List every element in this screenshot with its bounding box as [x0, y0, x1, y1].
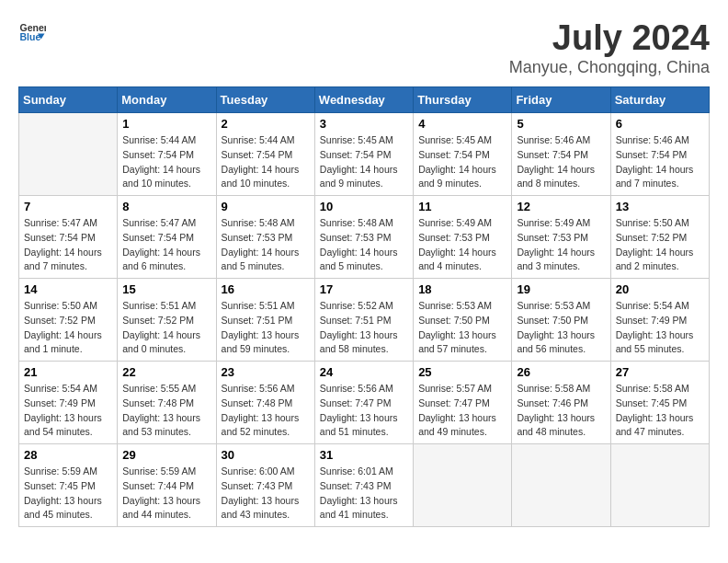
- week-row-5: 28Sunrise: 5:59 AM Sunset: 7:45 PM Dayli…: [19, 444, 710, 527]
- calendar-cell: 4Sunrise: 5:45 AM Sunset: 7:54 PM Daylig…: [414, 113, 512, 196]
- day-info: Sunrise: 5:45 AM Sunset: 7:54 PM Dayligh…: [418, 133, 506, 191]
- day-number: 15: [122, 282, 210, 296]
- week-row-4: 21Sunrise: 5:54 AM Sunset: 7:49 PM Dayli…: [19, 362, 710, 444]
- calendar-cell: 28Sunrise: 5:59 AM Sunset: 7:45 PM Dayli…: [19, 444, 118, 527]
- calendar-cell: [610, 444, 709, 527]
- title-section: July 2024 Manyue, Chongqing, China: [509, 18, 710, 77]
- calendar-cell: [414, 444, 512, 527]
- calendar-cell: 3Sunrise: 5:45 AM Sunset: 7:54 PM Daylig…: [314, 113, 413, 196]
- calendar-cell: 16Sunrise: 5:51 AM Sunset: 7:51 PM Dayli…: [216, 279, 314, 362]
- calendar-cell: 9Sunrise: 5:48 AM Sunset: 7:53 PM Daylig…: [216, 196, 314, 279]
- calendar-cell: [512, 444, 610, 527]
- day-info: Sunrise: 5:53 AM Sunset: 7:50 PM Dayligh…: [418, 299, 506, 357]
- day-number: 8: [122, 200, 210, 213]
- day-info: Sunrise: 5:59 AM Sunset: 7:45 PM Dayligh…: [24, 465, 112, 523]
- main-title: July 2024: [509, 18, 710, 58]
- day-number: 22: [122, 365, 210, 379]
- day-number: 19: [517, 282, 605, 296]
- day-info: Sunrise: 5:44 AM Sunset: 7:54 PM Dayligh…: [122, 133, 210, 191]
- calendar-cell: 24Sunrise: 5:56 AM Sunset: 7:47 PM Dayli…: [314, 362, 413, 444]
- calendar-cell: 13Sunrise: 5:50 AM Sunset: 7:52 PM Dayli…: [610, 196, 709, 279]
- day-number: 6: [616, 117, 704, 131]
- day-number: 17: [320, 282, 408, 296]
- day-number: 27: [616, 365, 704, 379]
- day-info: Sunrise: 5:58 AM Sunset: 7:46 PM Dayligh…: [517, 382, 605, 440]
- day-info: Sunrise: 5:51 AM Sunset: 7:52 PM Dayligh…: [122, 299, 210, 357]
- svg-text:Blue: Blue: [20, 31, 41, 42]
- day-info: Sunrise: 6:00 AM Sunset: 7:43 PM Dayligh…: [222, 465, 310, 523]
- day-info: Sunrise: 5:56 AM Sunset: 7:48 PM Dayligh…: [222, 382, 310, 440]
- day-info: Sunrise: 5:48 AM Sunset: 7:53 PM Dayligh…: [320, 216, 408, 274]
- calendar-cell: 10Sunrise: 5:48 AM Sunset: 7:53 PM Dayli…: [314, 196, 413, 279]
- calendar-cell: 8Sunrise: 5:47 AM Sunset: 7:54 PM Daylig…: [118, 196, 216, 279]
- day-info: Sunrise: 5:51 AM Sunset: 7:51 PM Dayligh…: [222, 299, 310, 357]
- day-info: Sunrise: 5:46 AM Sunset: 7:54 PM Dayligh…: [616, 133, 704, 191]
- calendar-cell: 14Sunrise: 5:50 AM Sunset: 7:52 PM Dayli…: [19, 279, 118, 362]
- week-row-2: 7Sunrise: 5:47 AM Sunset: 7:54 PM Daylig…: [19, 196, 710, 279]
- day-header-monday: Monday: [118, 87, 216, 113]
- calendar-cell: 29Sunrise: 5:59 AM Sunset: 7:44 PM Dayli…: [118, 444, 216, 527]
- day-number: 9: [222, 200, 310, 213]
- calendar-cell: [19, 113, 118, 196]
- day-number: 18: [418, 282, 506, 296]
- day-number: 13: [616, 200, 704, 213]
- day-number: 16: [222, 282, 310, 296]
- day-number: 29: [122, 448, 210, 462]
- calendar-cell: 22Sunrise: 5:55 AM Sunset: 7:48 PM Dayli…: [118, 362, 216, 444]
- calendar-cell: 17Sunrise: 5:52 AM Sunset: 7:51 PM Dayli…: [314, 279, 413, 362]
- calendar-cell: 6Sunrise: 5:46 AM Sunset: 7:54 PM Daylig…: [610, 113, 709, 196]
- day-info: Sunrise: 5:53 AM Sunset: 7:50 PM Dayligh…: [517, 299, 605, 357]
- calendar-cell: 15Sunrise: 5:51 AM Sunset: 7:52 PM Dayli…: [118, 279, 216, 362]
- calendar-cell: 20Sunrise: 5:54 AM Sunset: 7:49 PM Dayli…: [610, 279, 709, 362]
- day-number: 11: [418, 200, 506, 213]
- day-info: Sunrise: 5:50 AM Sunset: 7:52 PM Dayligh…: [24, 299, 112, 357]
- day-header-friday: Friday: [512, 87, 610, 113]
- calendar-cell: 7Sunrise: 5:47 AM Sunset: 7:54 PM Daylig…: [19, 196, 118, 279]
- calendar-cell: 19Sunrise: 5:53 AM Sunset: 7:50 PM Dayli…: [512, 279, 610, 362]
- day-info: Sunrise: 5:49 AM Sunset: 7:53 PM Dayligh…: [517, 216, 605, 274]
- logo: General Blue: [18, 18, 46, 46]
- day-number: 7: [24, 200, 112, 213]
- day-info: Sunrise: 5:46 AM Sunset: 7:54 PM Dayligh…: [517, 133, 605, 191]
- calendar-cell: 26Sunrise: 5:58 AM Sunset: 7:46 PM Dayli…: [512, 362, 610, 444]
- week-row-3: 14Sunrise: 5:50 AM Sunset: 7:52 PM Dayli…: [19, 279, 710, 362]
- day-info: Sunrise: 5:50 AM Sunset: 7:52 PM Dayligh…: [616, 216, 704, 274]
- header-row: SundayMondayTuesdayWednesdayThursdayFrid…: [19, 87, 710, 113]
- page-header: General Blue July 2024 Manyue, Chongqing…: [18, 18, 710, 77]
- day-number: 25: [418, 365, 506, 379]
- day-header-sunday: Sunday: [19, 87, 118, 113]
- day-info: Sunrise: 5:47 AM Sunset: 7:54 PM Dayligh…: [24, 216, 112, 274]
- calendar-cell: 31Sunrise: 6:01 AM Sunset: 7:43 PM Dayli…: [314, 444, 413, 527]
- calendar-cell: 27Sunrise: 5:58 AM Sunset: 7:45 PM Dayli…: [610, 362, 709, 444]
- calendar-cell: 18Sunrise: 5:53 AM Sunset: 7:50 PM Dayli…: [414, 279, 512, 362]
- sub-title: Manyue, Chongqing, China: [509, 58, 710, 77]
- calendar-cell: 5Sunrise: 5:46 AM Sunset: 7:54 PM Daylig…: [512, 113, 610, 196]
- day-header-saturday: Saturday: [610, 87, 709, 113]
- calendar-cell: 21Sunrise: 5:54 AM Sunset: 7:49 PM Dayli…: [19, 362, 118, 444]
- day-number: 26: [517, 365, 605, 379]
- day-number: 24: [320, 365, 408, 379]
- calendar-cell: 11Sunrise: 5:49 AM Sunset: 7:53 PM Dayli…: [414, 196, 512, 279]
- day-number: 28: [24, 448, 112, 462]
- day-number: 12: [517, 200, 605, 213]
- day-number: 5: [517, 117, 605, 131]
- day-info: Sunrise: 5:57 AM Sunset: 7:47 PM Dayligh…: [418, 382, 506, 440]
- day-info: Sunrise: 5:55 AM Sunset: 7:48 PM Dayligh…: [122, 382, 210, 440]
- day-info: Sunrise: 5:56 AM Sunset: 7:47 PM Dayligh…: [320, 382, 408, 440]
- day-number: 4: [418, 117, 506, 131]
- day-info: Sunrise: 5:54 AM Sunset: 7:49 PM Dayligh…: [616, 299, 704, 357]
- calendar-table: SundayMondayTuesdayWednesdayThursdayFrid…: [18, 86, 710, 527]
- day-number: 3: [320, 117, 408, 131]
- day-number: 23: [222, 365, 310, 379]
- day-number: 2: [222, 117, 310, 131]
- day-number: 10: [320, 200, 408, 213]
- day-info: Sunrise: 5:45 AM Sunset: 7:54 PM Dayligh…: [320, 133, 408, 191]
- day-info: Sunrise: 5:52 AM Sunset: 7:51 PM Dayligh…: [320, 299, 408, 357]
- day-info: Sunrise: 5:54 AM Sunset: 7:49 PM Dayligh…: [24, 382, 112, 440]
- day-info: Sunrise: 6:01 AM Sunset: 7:43 PM Dayligh…: [320, 465, 408, 523]
- day-info: Sunrise: 5:59 AM Sunset: 7:44 PM Dayligh…: [122, 465, 210, 523]
- calendar-cell: 2Sunrise: 5:44 AM Sunset: 7:54 PM Daylig…: [216, 113, 314, 196]
- logo-icon: General Blue: [18, 18, 46, 46]
- calendar-cell: 12Sunrise: 5:49 AM Sunset: 7:53 PM Dayli…: [512, 196, 610, 279]
- day-info: Sunrise: 5:47 AM Sunset: 7:54 PM Dayligh…: [122, 216, 210, 274]
